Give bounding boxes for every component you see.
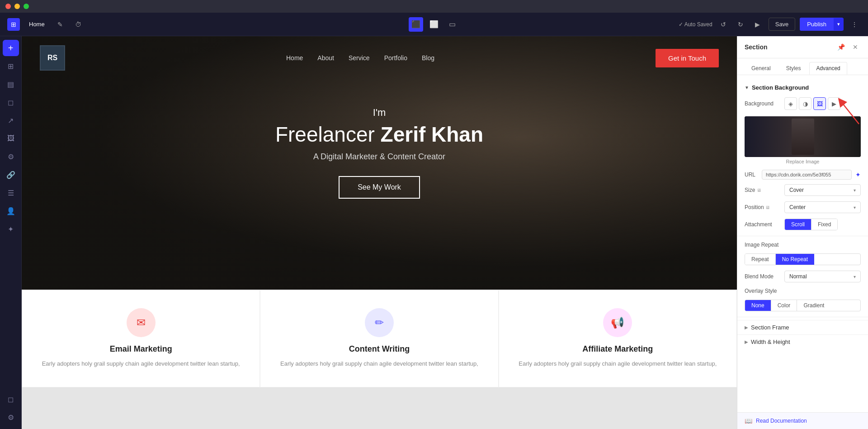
tab-general[interactable]: General — [745, 62, 778, 75]
desktop-device-btn[interactable]: ⬛ — [409, 17, 423, 32]
tab-styles[interactable]: Styles — [779, 62, 808, 75]
nav-service[interactable]: Service — [349, 54, 370, 62]
app-logo[interactable]: ⊞ — [7, 18, 20, 31]
maximize-button[interactable] — [24, 4, 29, 9]
overlay-color-btn[interactable]: Color — [771, 300, 797, 311]
size-select[interactable]: Cover ▾ — [784, 184, 861, 196]
history-icon[interactable]: ⏱ — [72, 18, 85, 31]
size-row: Size 🖥 Cover ▾ — [737, 181, 868, 199]
url-link-icon[interactable]: ✦ — [855, 171, 861, 178]
attachment-fixed-btn[interactable]: Fixed — [811, 219, 837, 230]
preview-btn[interactable]: ▶ — [751, 18, 764, 31]
titlebar — [0, 0, 868, 13]
home-tab[interactable]: Home — [25, 19, 48, 29]
navigator-btn[interactable]: ↗ — [3, 112, 19, 129]
url-input[interactable] — [762, 170, 852, 180]
bg-image-btn[interactable]: 🖼 — [813, 97, 826, 110]
bg-type-buttons: ◈ ◑ 🖼 ▶ — [784, 97, 840, 110]
section-frame-arrow: ▶ — [745, 325, 748, 330]
cards-section: ✉ Email Marketing Early adopters holy gr… — [22, 290, 737, 387]
nav-home[interactable]: Home — [286, 54, 303, 62]
width-height-row[interactable]: ▶ Width & Height — [737, 334, 868, 349]
overlay-gradient-btn[interactable]: Gradient — [797, 300, 830, 311]
repeat-btn[interactable]: Repeat — [745, 254, 776, 265]
overlay-style-toggle: None Color Gradient — [745, 300, 861, 311]
get-in-touch-btn[interactable]: Get in Touch — [656, 49, 719, 67]
email-marketing-title: Email Marketing — [36, 344, 246, 354]
layers-btn[interactable]: ▤ — [3, 76, 19, 92]
section-background-header[interactable]: ▼ Section Background — [737, 81, 868, 95]
bg-gradient-btn[interactable]: ◑ — [799, 97, 811, 110]
close-button[interactable] — [5, 4, 11, 9]
read-documentation-row[interactable]: 📖 Read Documentation — [737, 412, 868, 429]
users-btn[interactable]: 👤 — [3, 203, 19, 219]
no-repeat-btn[interactable]: No Repeat — [776, 254, 814, 265]
url-label: URL — [745, 172, 758, 178]
image-repeat-toggle-row: Repeat No Repeat — [737, 251, 868, 268]
attachment-scroll-btn[interactable]: Scroll — [785, 219, 811, 230]
media-btn[interactable]: 🖼 — [3, 130, 19, 147]
hero-title: Freelancer Zerif Khan — [22, 122, 737, 147]
panel-tabs: General Styles Advanced — [737, 58, 868, 75]
affiliate-marketing-icon: 📢 — [603, 308, 632, 337]
nav-about[interactable]: About — [317, 54, 334, 62]
bg-video-btn[interactable]: ▶ — [828, 97, 840, 110]
settings-btn[interactable]: ⚙ — [3, 148, 19, 165]
blend-mode-select[interactable]: Normal ▾ — [784, 271, 861, 282]
image-repeat-header-row: Image Repeat — [737, 239, 868, 251]
panel-close-icon[interactable]: ✕ — [850, 42, 861, 52]
undo-btn[interactable]: ↺ — [717, 18, 730, 31]
minimize-button[interactable] — [14, 4, 20, 9]
grid-view-btn[interactable]: ⊞ — [3, 58, 19, 74]
position-select-arrow: ▾ — [854, 205, 856, 210]
blend-mode-label: Blend Mode — [745, 273, 781, 280]
position-row: Position 🖥 Center ▾ — [737, 199, 868, 216]
tablet-device-btn[interactable]: ⬜ — [427, 17, 441, 32]
pages-btn[interactable]: ◻ — [3, 94, 19, 110]
position-responsive-icon: 🖥 — [765, 205, 770, 210]
nav-portfolio[interactable]: Portfolio — [384, 54, 407, 62]
redo-btn[interactable]: ↻ — [734, 18, 747, 31]
apps-btn[interactable]: ✦ — [3, 221, 19, 237]
read-documentation-label: Read Documentation — [756, 418, 807, 424]
publish-dropdown-btn[interactable]: ▾ — [834, 18, 844, 30]
section-frame-row[interactable]: ▶ Section Frame — [737, 320, 868, 334]
panel-pin-icon[interactable]: 📌 — [835, 42, 846, 52]
tab-advanced[interactable]: Advanced — [809, 62, 847, 75]
attachment-label: Attachment — [745, 221, 781, 228]
site-logo: RS — [40, 45, 65, 71]
position-label: Position 🖥 — [745, 204, 781, 210]
publish-btn-group: Publish ▾ — [800, 18, 844, 31]
overlay-none-btn[interactable]: None — [745, 300, 771, 311]
section-bg-arrow: ▼ — [745, 85, 749, 90]
help-btn[interactable]: ◻ — [3, 391, 19, 407]
background-type-row: Background ◈ ◑ 🖼 ▶ — [737, 95, 868, 113]
integrations-btn[interactable]: 🔗 — [3, 167, 19, 183]
affiliate-marketing-title: Affiliate Marketing — [513, 344, 723, 354]
hero-cta-btn[interactable]: See My Work — [339, 176, 420, 199]
edit-icon[interactable]: ✎ — [54, 18, 66, 31]
account-btn[interactable]: ⚙ — [3, 409, 19, 425]
bg-color-btn[interactable]: ◈ — [784, 97, 797, 110]
left-sidebar: + ⊞ ▤ ◻ ↗ 🖼 ⚙ 🔗 ☰ 👤 ✦ ◻ ⚙ — [0, 36, 22, 429]
content-btn[interactable]: ☰ — [3, 185, 19, 201]
nav-blog[interactable]: Blog — [422, 54, 434, 62]
size-select-arrow: ▾ — [854, 188, 856, 193]
width-height-label: Width & Height — [751, 338, 790, 345]
divider-2 — [737, 317, 868, 317]
website-preview: RS Home About Service Portfolio Blog Get… — [22, 36, 737, 429]
publish-button[interactable]: Publish — [800, 18, 834, 31]
save-button[interactable]: Save — [769, 18, 796, 31]
image-repeat-label: Image Repeat — [745, 242, 781, 248]
more-options-btn[interactable]: ⋮ — [848, 18, 861, 31]
overlay-style-toggle-row: None Color Gradient — [737, 297, 868, 314]
replace-image-label[interactable]: Replace Image — [745, 159, 861, 164]
hero-content: I'm Freelancer Zerif Khan A Digital Mark… — [22, 80, 737, 199]
mobile-device-btn[interactable]: ▭ — [445, 17, 459, 32]
card-email: ✉ Email Marketing Early adopters holy gr… — [22, 290, 260, 387]
hero-section: RS Home About Service Portfolio Blog Get… — [22, 36, 737, 290]
image-repeat-toggle: Repeat No Repeat — [745, 253, 861, 265]
add-element-btn[interactable]: + — [3, 40, 19, 56]
position-select[interactable]: Center ▾ — [784, 201, 861, 213]
autosave-status: ✓ Auto Saved — [679, 21, 712, 28]
